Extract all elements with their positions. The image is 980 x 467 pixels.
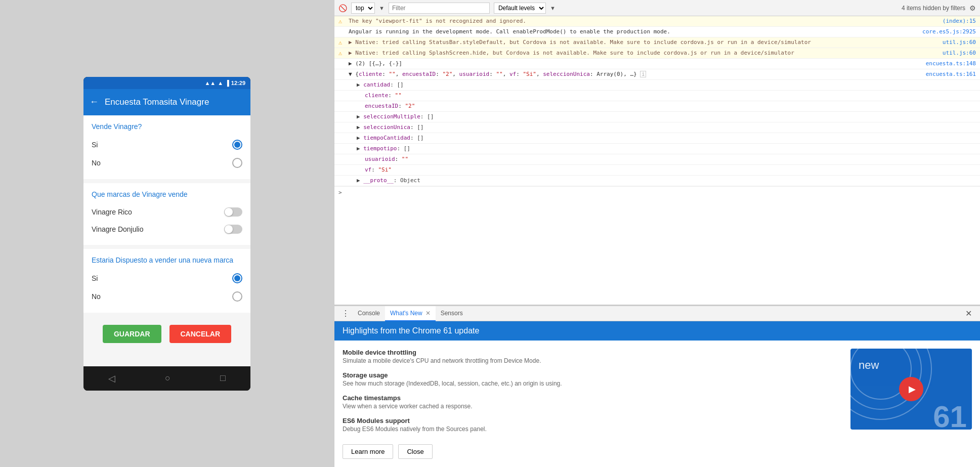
section-title-dispuesto: Estaria Dispuesto a vender una nueva mar…: [92, 256, 242, 264]
radio-circle-no-1[interactable]: [232, 158, 242, 168]
devtools-settings-icon[interactable]: ⚙: [969, 4, 976, 12]
feature-cache: Cache timestamps View when a service wor…: [343, 394, 842, 410]
video-new-label: new: [859, 359, 879, 372]
console-line-2: Angular is running in the development mo…: [334, 27, 980, 37]
status-icons: ▲▲ ▲ ▐: [204, 80, 229, 86]
feature-storage-name: Storage usage: [343, 371, 842, 379]
tab-more-button[interactable]: ⋮: [338, 306, 353, 321]
mobile-status-bar: ▲▲ ▲ ▐ 12:29: [83, 77, 250, 89]
console-link-6[interactable]: encuesta.ts:161: [926, 70, 976, 78]
tab-console-label: Console: [358, 310, 380, 317]
console-prop-encuestaid: encuestaID: "2": [334, 101, 980, 112]
console-prop-cliente: cliente: "": [334, 91, 980, 101]
console-prop-proto: ▶ __proto__: Object: [334, 176, 980, 186]
left-panel: ▲▲ ▲ ▐ 12:29 ← Encuesta Tomasita Vinagre…: [0, 0, 334, 467]
signal-icon: ▲▲: [204, 80, 216, 86]
toggle-label-rico: Vinagre Rico: [92, 208, 132, 216]
console-text-p1: ▶ cantidad: []: [357, 81, 976, 89]
right-panel: 🚫 top ▼ Default levels ▼ 4 items hidden …: [334, 0, 980, 467]
learn-more-button[interactable]: Learn more: [343, 444, 393, 459]
radio-option-si-1[interactable]: Si: [92, 136, 242, 154]
tab-whats-new[interactable]: What's New ✕: [385, 306, 436, 321]
whats-new-video[interactable]: new 61: [850, 349, 972, 430]
radio-option-no-1[interactable]: No: [92, 154, 242, 172]
cancelar-button[interactable]: CANCELAR: [169, 325, 232, 343]
whats-new-body: Mobile device throttling Simulate a mobi…: [334, 341, 980, 444]
console-prop-seleccionunica: ▶ seleccionUnica: []: [334, 122, 980, 133]
toggle-switch-donjulio[interactable]: [224, 225, 242, 234]
feature-cache-name: Cache timestamps: [343, 394, 842, 402]
tab-sensors-label: Sensors: [441, 310, 463, 317]
feature-throttling-desc: Simulate a mobile device's CPU and netwo…: [343, 357, 842, 364]
console-text-5: ▶ (2) [{…}, {-}]: [349, 60, 926, 68]
feature-cache-desc: View when a service worker cached a resp…: [343, 403, 842, 410]
feature-es6: ES6 Modules support Debug ES6 Modules na…: [343, 417, 842, 433]
video-play-button[interactable]: [899, 377, 923, 401]
dropdown-icon: ▼: [379, 5, 385, 11]
section-title-vende: Vende Vinagre?: [92, 122, 242, 131]
warn-icon-4: ⚠: [338, 49, 347, 57]
button-row: GUARDAR CANCELAR: [83, 317, 250, 351]
console-link-3[interactable]: util.js:60: [943, 38, 976, 47]
bottom-panel-close-button[interactable]: ✕: [961, 309, 976, 318]
bottom-panel: ⋮ Console What's New ✕ Sensors ✕ Highlig…: [334, 305, 980, 467]
status-time: 12:29: [231, 80, 245, 86]
mobile-header: ← Encuesta Tomasita Vinagre: [83, 89, 250, 115]
section-title-marcas: Que marcas de Vinagre vende: [92, 190, 242, 198]
console-link-4[interactable]: util.js:60: [943, 49, 976, 57]
radio-circle-si-2[interactable]: [232, 273, 242, 283]
filter-input[interactable]: [389, 3, 490, 14]
console-text-2: Angular is running in the development mo…: [349, 28, 922, 36]
video-number: 61: [933, 402, 967, 430]
close-panel-button[interactable]: Close: [398, 444, 432, 459]
console-link-5[interactable]: encuesta.ts:148: [926, 60, 976, 68]
whats-new-features: Mobile device throttling Simulate a mobi…: [343, 349, 842, 436]
back-button[interactable]: ←: [90, 97, 99, 107]
radio-circle-si-1[interactable]: [232, 140, 242, 150]
console-input-row: >: [334, 186, 980, 198]
console-text-p7: ▶ tiempotipo: []: [357, 145, 976, 153]
hidden-count: 4 items hidden by filters: [902, 5, 965, 12]
mobile-content: Vende Vinagre? Si No Que marcas de Vinag…: [83, 115, 250, 366]
console-text-p4: ▶ seleccionMultiple: []: [357, 113, 976, 121]
feature-storage: Storage usage See how much storage (Inde…: [343, 371, 842, 387]
guardar-button[interactable]: GUARDAR: [103, 325, 161, 343]
console-line-6: ▼ {cliente: "", encuestaID: "2", usuario…: [334, 69, 980, 80]
radio-option-si-2[interactable]: Si: [92, 269, 242, 287]
nav-home-icon[interactable]: ○: [165, 373, 171, 384]
radio-circle-no-2[interactable]: [232, 291, 242, 302]
battery-icon: ▐: [225, 80, 229, 86]
toggle-switch-rico[interactable]: [224, 207, 242, 217]
console-text-p2: cliente: "": [365, 92, 976, 100]
console-text-p8: usuarioid: "": [365, 155, 976, 163]
console-link-1[interactable]: (index):15: [943, 17, 976, 25]
console-text-p6: ▶ tiempoCantidad: []: [357, 134, 976, 142]
toggle-option-rico[interactable]: Vinagre Rico: [92, 203, 242, 221]
warn-icon-3: ⚠: [338, 38, 347, 47]
radio-label-si-2: Si: [92, 274, 98, 282]
mobile-title: Encuesta Tomasita Vinagre: [105, 97, 209, 107]
console-line-1: ⚠ The key "viewport-fit" is not recogniz…: [334, 16, 980, 27]
mobile-nav-bar: ◁ ○ □: [83, 366, 250, 391]
warn-icon-1: ⚠: [338, 17, 347, 25]
tab-whats-new-close[interactable]: ✕: [425, 310, 431, 317]
survey-section-dispuesto: Estaria Dispuesto a vender una nueva mar…: [83, 249, 250, 313]
console-text-1: The key "viewport-fit" is not recognized…: [349, 17, 943, 25]
toggle-option-donjulio[interactable]: Vinagre Donjulio: [92, 221, 242, 238]
nav-back-icon[interactable]: ◁: [108, 373, 115, 384]
tab-whats-new-label: What's New: [390, 310, 422, 317]
console-prop-cantidad: ▶ cantidad: []: [334, 80, 980, 91]
radio-option-no-2[interactable]: No: [92, 287, 242, 306]
context-select[interactable]: top: [351, 3, 375, 14]
radio-label-no-1: No: [92, 159, 101, 167]
tab-sensors[interactable]: Sensors: [436, 306, 468, 321]
console-text-p3: encuestaID: "2": [365, 102, 976, 110]
console-text-3: ▶ Native: tried calling StatusBar.styleD…: [349, 38, 943, 47]
console-link-2[interactable]: core.es5.js:2925: [922, 28, 976, 36]
console-input[interactable]: [344, 189, 976, 196]
level-select[interactable]: Default levels: [494, 3, 546, 14]
nav-recent-icon[interactable]: □: [220, 373, 226, 384]
mobile-device: ▲▲ ▲ ▐ 12:29 ← Encuesta Tomasita Vinagre…: [83, 77, 250, 391]
survey-section-marcas: Que marcas de Vinagre vende Vinagre Rico…: [83, 183, 250, 245]
tab-console[interactable]: Console: [353, 306, 385, 321]
